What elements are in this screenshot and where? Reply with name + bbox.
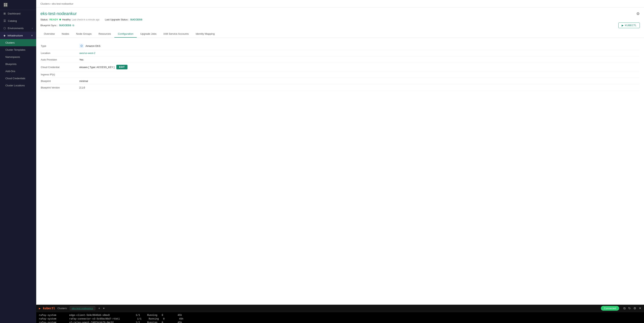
amazon-eks-icon: ⬡ xyxy=(79,44,84,48)
refresh-bar-icon[interactable]: ↻ xyxy=(628,306,631,310)
cloud-credential-text: eksaws [ Type: ACCESS_KEY ] xyxy=(79,66,114,69)
config-value-blueprint-version: 2.1.0 xyxy=(79,86,85,89)
config-value-type: ⬡ Amazon EKS xyxy=(79,44,100,48)
config-row-type: Type ⬡ Amazon EKS xyxy=(41,42,640,50)
config-label-auto-provision: Auto Provision xyxy=(41,58,79,61)
config-label-blueprint: Blueprint xyxy=(41,80,79,83)
infrastructure-icon: ◈ xyxy=(4,34,6,37)
upgrade-value: SUCCESS xyxy=(130,18,142,21)
tab-nodes[interactable]: Nodes xyxy=(58,31,72,38)
settings-bar-icon[interactable]: ⚙ xyxy=(634,306,636,310)
sidebar-item-namespaces[interactable]: Namespaces xyxy=(0,53,36,61)
terminal-prompt-icon: ▶ xyxy=(39,307,41,310)
config-label-blueprint-version: Blueprint Version xyxy=(41,86,79,89)
breadcrumb: Clusters › eks-test-nodeankur xyxy=(36,0,644,8)
terminal-line-1: rafay-system rafay-connector-v3-5c65bc98… xyxy=(39,317,641,321)
main-content: Clusters › eks-test-nodeankur eks-test-n… xyxy=(36,0,644,323)
sidebar-item-blueprints[interactable]: Blueprints xyxy=(0,61,36,68)
sidebar-item-cluster-locations[interactable]: Cluster Locations xyxy=(0,82,36,89)
tab-nodes-label: Nodes xyxy=(62,32,69,35)
sidebar-item-label: Add-Ons xyxy=(6,70,15,73)
cluster-title: eks-test-nodeankur xyxy=(40,11,77,16)
config-row-blueprint: Blueprint minimal xyxy=(41,78,640,84)
auto-provision-text: Yes xyxy=(79,58,84,61)
kubectl-bar-header: ▶ kubectl Clusters: eks-test-nodeankur +… xyxy=(36,305,644,312)
cluster-header: eks-test-nodeankur ⚙ Status: READY Healt… xyxy=(36,8,644,38)
sidebar-item-cloud-credentials[interactable]: Cloud Credentials xyxy=(0,75,36,82)
tab-resources-label: Resources xyxy=(98,32,111,35)
kubectl-button[interactable]: ▶ KUBECTL xyxy=(618,23,640,28)
bar-actions: ⧉ ↻ ⚙ ✕ xyxy=(624,306,641,310)
breadcrumb-current: eks-test-nodeankur xyxy=(52,2,73,5)
sidebar-item-label: Blueprints xyxy=(6,63,16,66)
config-value-auto-provision: Yes xyxy=(79,58,84,61)
healthy-label: Healthy xyxy=(62,18,71,21)
blueprint-row: Blueprint Sync : SUCCESS ⧉ ▶ KUBECTL xyxy=(40,23,640,28)
cluster-title-row: eks-test-nodeankur ⚙ xyxy=(40,11,640,16)
tab-configuration[interactable]: Configuration xyxy=(114,31,137,38)
breadcrumb-parent[interactable]: Clusters xyxy=(40,2,50,5)
external-link-icon[interactable]: ⧉ xyxy=(72,24,74,27)
config-value-blueprint: minimal xyxy=(79,80,88,83)
terminal-line-2: rafay-system v2-relay-agent-748fdcbb79-8… xyxy=(39,321,641,323)
config-label-type: Type xyxy=(41,45,79,47)
blueprint-sync-label: Blueprint Sync : xyxy=(40,24,58,27)
config-row-ingress: Ingress IP(s) xyxy=(41,71,640,78)
blueprint-text: minimal xyxy=(79,80,88,83)
config-type-text: Amazon EKS xyxy=(86,45,100,47)
sidebar-item-infrastructure[interactable]: ◈ Infrastructure ∨ xyxy=(0,32,36,39)
kubectl-bar: ▶ kubectl Clusters: eks-test-nodeankur +… xyxy=(36,305,644,323)
active-cluster-tab[interactable]: eks-test-nodeankur xyxy=(70,306,95,310)
status-ready-item: Status: READY Healthy Last check-in a mi… xyxy=(40,18,99,21)
sidebar-item-label: Clusters xyxy=(6,41,15,44)
upgrade-status-item: Last Upgrade Status : SUCCESS xyxy=(105,18,142,21)
external-link-bar-icon[interactable]: ⧉ xyxy=(624,307,626,310)
sidebar-item-environments[interactable]: ⬡ Environments › xyxy=(0,25,36,32)
connected-button[interactable]: Connected xyxy=(601,306,619,311)
tab-overview[interactable]: Overview xyxy=(40,31,58,38)
tab-upgrade-jobs-label: Upgrade Jobs xyxy=(140,32,156,35)
status-ready-value: READY xyxy=(49,18,58,21)
tab-resources[interactable]: Resources xyxy=(95,31,114,38)
terminal-icon: ▶ xyxy=(622,24,624,27)
gear-icon[interactable]: ⚙ xyxy=(636,11,640,16)
chevron-right-icon: › xyxy=(32,27,33,29)
edit-button[interactable]: EDIT xyxy=(116,65,127,69)
breadcrumb-separator: › xyxy=(50,2,51,5)
sidebar-item-catalog[interactable]: ☰ Catalog xyxy=(0,17,36,25)
environments-icon: ⬡ xyxy=(4,27,6,30)
sidebar-item-addons[interactable]: Add-Ons xyxy=(0,68,36,75)
location-link: aws/us-west-2 xyxy=(79,52,95,55)
tab-identity-mapping[interactable]: Identity Mapping xyxy=(192,31,218,38)
tab-node-groups-label: Node Groups xyxy=(76,32,92,35)
tab-identity-mapping-label: Identity Mapping xyxy=(196,32,215,35)
tab-configuration-label: Configuration xyxy=(118,32,133,35)
tab-upgrade-jobs[interactable]: Upgrade Jobs xyxy=(137,31,160,38)
sidebar-item-label: Environments xyxy=(8,27,24,30)
tab-node-groups[interactable]: Node Groups xyxy=(72,31,95,38)
blueprint-version-text: 2.1.0 xyxy=(79,86,85,89)
sidebar-item-dashboard[interactable]: ⊞ Dashboard xyxy=(0,10,36,17)
tab-iam-service-accounts[interactable]: IAM Service Accounts xyxy=(160,31,192,38)
configuration-content: Type ⬡ Amazon EKS Location aws/us-west-2… xyxy=(36,38,644,323)
config-table: Type ⬡ Amazon EKS Location aws/us-west-2… xyxy=(41,42,640,91)
sidebar-item-clusters[interactable]: Clusters xyxy=(0,39,36,46)
sidebar-item-cluster-templates[interactable]: Cluster Templates xyxy=(0,46,36,53)
cluster-tab-dropdown-icon[interactable]: ▾ xyxy=(103,307,104,310)
config-label-location: Location xyxy=(41,52,79,55)
kubectl-btn-label: KUBECTL xyxy=(625,24,636,27)
upgrade-label: Last Upgrade Status : xyxy=(105,18,129,21)
grid-icon: ⊞ xyxy=(4,12,6,15)
add-cluster-tab-icon[interactable]: + xyxy=(98,307,101,310)
config-value-location[interactable]: aws/us-west-2 xyxy=(79,52,95,55)
config-row-cloud-credential: Cloud Credential eksaws [ Type: ACCESS_K… xyxy=(41,63,640,71)
sidebar-item-label: Cluster Locations xyxy=(6,84,25,87)
blueprint-sync: Blueprint Sync : SUCCESS ⧉ xyxy=(40,24,74,27)
config-label-cloud-credential: Cloud Credential xyxy=(41,66,79,69)
sidebar-item-label: Namespaces xyxy=(6,56,20,58)
close-bar-icon[interactable]: ✕ xyxy=(639,306,641,310)
sidebar-logo xyxy=(0,0,36,10)
tab-iam-service-accounts-label: IAM Service Accounts xyxy=(164,32,189,35)
config-value-cloud-credential: eksaws [ Type: ACCESS_KEY ] EDIT xyxy=(79,65,128,69)
terminal-output: rafay-system edge-client-5d4c9946dd-s8mx… xyxy=(36,312,644,323)
